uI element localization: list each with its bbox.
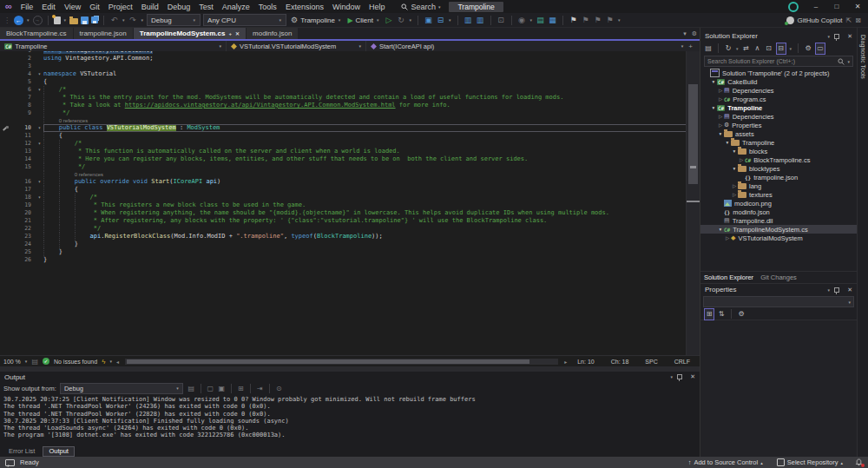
open-file-icon[interactable] bbox=[69, 18, 78, 24]
redo-icon[interactable]: ↷ bbox=[128, 15, 138, 25]
previous-bookmark-icon[interactable]: ⚑ bbox=[581, 15, 590, 25]
panel-tab-error-list[interactable]: Error List bbox=[3, 447, 40, 456]
diagnostic-tools-tab[interactable]: Diagnostic Tools bbox=[858, 28, 868, 457]
output-source-dropdown[interactable]: Debug ▾ bbox=[60, 383, 183, 394]
menu-tools[interactable]: Tools bbox=[254, 3, 281, 11]
alphabetical-icon[interactable]: ⇅ bbox=[717, 309, 726, 320]
pin-tab-icon[interactable]: + bbox=[228, 31, 232, 36]
feedback-icon[interactable] bbox=[5, 459, 15, 466]
tree-item-program-cs[interactable]: ▷C#Program.cs bbox=[700, 95, 857, 103]
expand-arrow-icon[interactable]: ▾ bbox=[731, 148, 738, 154]
solution-configuration-dropdown[interactable]: Debug▾ bbox=[147, 14, 201, 26]
dropdown-caret-icon[interactable]: ▾ bbox=[27, 17, 30, 23]
undo-icon[interactable]: ↶ bbox=[109, 15, 119, 25]
menu-analyze[interactable]: Analyze bbox=[218, 3, 254, 11]
solution-platform-dropdown[interactable]: Any CPU▾ bbox=[203, 14, 286, 26]
split-editor-icon[interactable]: + bbox=[688, 43, 693, 50]
tree-item-trampoline-json[interactable]: {}trampoline.json bbox=[700, 173, 857, 181]
next-bookmark-icon[interactable]: ⚑ bbox=[593, 15, 602, 25]
close-panel-icon[interactable]: ✕ bbox=[690, 373, 695, 380]
copilot-share-icon[interactable]: ⇱ bbox=[846, 16, 852, 24]
fold-arrow-icon[interactable]: ▾ bbox=[36, 70, 43, 78]
dropdown-caret-icon[interactable]: ▾ bbox=[790, 46, 792, 51]
tree-item-blocktrampoline-cs[interactable]: ▷C#BlockTrampoline.cs bbox=[700, 155, 857, 164]
document-tab-trampoline-json[interactable]: trampoline.json bbox=[74, 28, 133, 39]
document-tab-modinfo-json[interactable]: modinfo.json bbox=[247, 28, 298, 39]
watch-window-icon[interactable]: ⊟ bbox=[436, 15, 445, 25]
quick-actions-icon[interactable] bbox=[2, 125, 9, 132]
tree-item-modicon-png[interactable]: modicon.png bbox=[700, 199, 857, 208]
pin-panel-icon[interactable] bbox=[834, 34, 839, 39]
column-indicator[interactable]: Ch: 18 bbox=[605, 359, 635, 365]
fold-arrow-icon[interactable]: ▾ bbox=[36, 124, 43, 132]
github-copilot-badge[interactable]: GitHub Copilot ⇱ ⊠ bbox=[786, 16, 861, 24]
preview-window-icon[interactable]: ▣ bbox=[424, 15, 433, 25]
collapse-all-icon[interactable]: ∧ bbox=[753, 43, 762, 54]
add-to-source-control-button[interactable]: ↑ Add to Source Control ▴ bbox=[683, 458, 768, 466]
member-dropdown[interactable]: Start(ICoreAPI api) ▾ + bbox=[366, 41, 700, 51]
toggle-word-wrap-icon[interactable]: ⇥ bbox=[255, 385, 265, 392]
spaces-indicator[interactable]: SPC bbox=[639, 359, 663, 365]
menu-extensions[interactable]: Extensions bbox=[281, 3, 328, 11]
menu-project[interactable]: Project bbox=[104, 3, 137, 11]
menu-help[interactable]: Help bbox=[365, 3, 390, 11]
pin-panel-icon[interactable] bbox=[677, 374, 682, 379]
minimize-button[interactable]: – bbox=[806, 3, 826, 10]
collapse-arrow-icon[interactable]: ▷ bbox=[731, 183, 738, 188]
panel-tab-solution-explorer[interactable]: Solution Explorer bbox=[704, 274, 753, 281]
new-project-icon[interactable] bbox=[54, 16, 61, 24]
maximize-button[interactable]: □ bbox=[826, 3, 847, 10]
navigate-forward-icon[interactable]: → bbox=[33, 16, 43, 25]
dropdown-caret-icon[interactable]: ▾ bbox=[141, 17, 144, 23]
sync-with-active-document-icon[interactable]: ⊡ bbox=[765, 43, 773, 54]
scrollbar-thumb[interactable] bbox=[688, 84, 698, 184]
expand-arrow-icon[interactable]: ▾ bbox=[710, 105, 717, 110]
preview-selected-items-icon[interactable]: ▭ bbox=[815, 43, 825, 55]
collapse-arrow-icon[interactable]: ▷ bbox=[717, 88, 724, 93]
dropdown-caret-icon[interactable]: ▾ bbox=[64, 17, 67, 23]
property-pages-icon[interactable]: ⚙ bbox=[737, 309, 746, 320]
toolbar-grip[interactable]: ⋮ bbox=[3, 16, 10, 24]
tree-item-solution-trampoline-2-of-2-projects-[interactable]: Solution 'Trampoline' (2 of 2 projects) bbox=[700, 69, 857, 77]
menu-build[interactable]: Build bbox=[137, 3, 163, 11]
toggle-bookmark-icon[interactable]: ⚑ bbox=[569, 15, 578, 25]
tree-item-trampoline-dll[interactable]: ▤Trampoline.dll bbox=[700, 216, 857, 225]
tree-item-lang[interactable]: ▷lang bbox=[700, 181, 857, 190]
properties-object-dropdown[interactable]: ▾ bbox=[703, 296, 854, 307]
tree-item-trampoline[interactable]: ▾C#Trampoline bbox=[700, 103, 857, 112]
dropdown-caret-icon[interactable]: ▾ bbox=[530, 17, 533, 23]
expand-arrow-icon[interactable]: ▾ bbox=[717, 227, 724, 232]
hot-reload-icon[interactable]: ↻ bbox=[397, 15, 406, 25]
code-editor[interactable]: 1using Vintagestory.API.Client;2using Vi… bbox=[0, 51, 700, 355]
attach-to-process-icon[interactable]: ⊡ bbox=[496, 15, 506, 25]
dropdown-caret-icon[interactable]: ▾ bbox=[449, 17, 451, 23]
fold-arrow-icon[interactable]: ▾ bbox=[36, 86, 43, 94]
document-tab-trampolinemodsystem-cs[interactable]: TrampolineModSystem.cs+✕ bbox=[134, 28, 246, 39]
tree-item-trampoline[interactable]: ▾Trampoline bbox=[700, 138, 857, 147]
document-tab-blocktrampoline-cs[interactable]: BlockTrampoline.cs bbox=[0, 28, 73, 39]
tree-item-dependencies[interactable]: ▷▤Dependencies bbox=[700, 112, 857, 121]
editor-horizontal-scrollbar[interactable] bbox=[125, 359, 558, 365]
feedback-icon[interactable]: ▤ bbox=[536, 15, 545, 25]
save-icon[interactable] bbox=[81, 16, 89, 24]
pin-panel-icon[interactable] bbox=[834, 287, 839, 293]
close-button[interactable]: ✕ bbox=[847, 3, 868, 10]
refresh-icon[interactable]: ↻ bbox=[724, 43, 733, 54]
editor-options-icon[interactable]: ⚙ bbox=[692, 30, 697, 37]
fold-arrow-icon[interactable]: ▾ bbox=[36, 140, 43, 148]
close-panel-icon[interactable]: ✕ bbox=[847, 33, 852, 40]
codelens-references[interactable]: 0 references bbox=[75, 172, 103, 177]
find-message-icon[interactable]: ▢ bbox=[206, 385, 215, 392]
hscrollbar-thumb[interactable] bbox=[127, 359, 529, 364]
tree-item-blocks[interactable]: ▾blocks bbox=[700, 147, 857, 155]
tree-item-assets[interactable]: ▾assets bbox=[700, 129, 857, 138]
window-position-dropdown-icon[interactable]: ▾ bbox=[828, 34, 831, 39]
output-log[interactable]: 30.7.2025 20:37:25 [Client Notification]… bbox=[0, 394, 700, 446]
hscroll-left-arrow[interactable]: ◂ bbox=[116, 359, 119, 365]
performance-profiler-icon[interactable]: ▥ bbox=[464, 15, 473, 25]
history-icon[interactable]: ⊙ bbox=[274, 385, 284, 392]
close-panel-icon[interactable]: ✕ bbox=[847, 287, 852, 293]
properties-icon[interactable]: ⚙ bbox=[804, 43, 812, 54]
expand-arrow-icon[interactable]: ▾ bbox=[710, 79, 717, 84]
expand-arrow-icon[interactable]: ▾ bbox=[724, 140, 731, 145]
